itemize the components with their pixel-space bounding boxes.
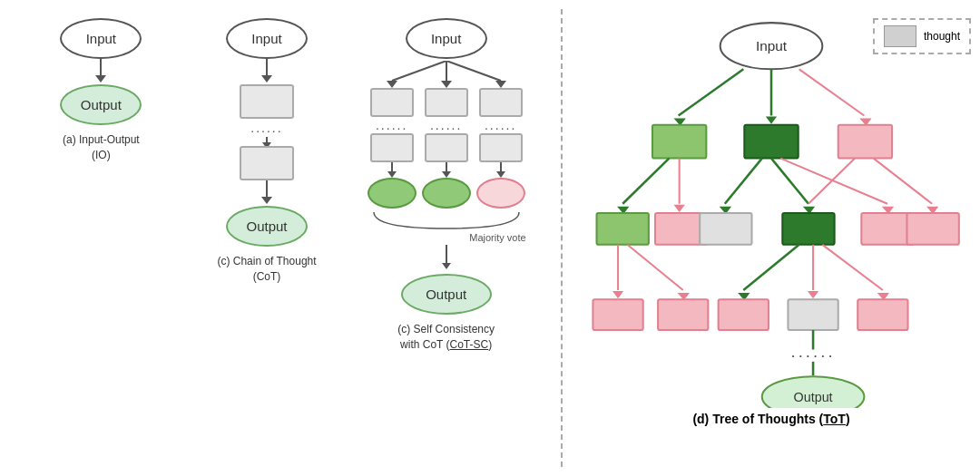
svg-rect-46 (593, 299, 642, 330)
svg-rect-34 (861, 213, 913, 245)
cot-caption: (c) Chain of Thought (CoT) (217, 254, 316, 285)
sc-branch-3: ...... (476, 88, 525, 209)
svg-line-40 (822, 245, 883, 290)
io-diagram: Input Output (a) Input-Output (IO) (19, 18, 182, 163)
svg-rect-30 (597, 213, 649, 245)
svg-marker-1 (441, 81, 452, 88)
svg-line-8 (679, 69, 744, 115)
io-output-node: Output (60, 84, 142, 125)
svg-marker-43 (612, 291, 623, 298)
sc-input-node: Input (406, 18, 487, 59)
cot-arrow2 (261, 180, 272, 206)
tot-legend: thought (873, 18, 971, 54)
io-caption: (a) Input-Output (IO) (63, 132, 140, 163)
sc-final-arrow (442, 245, 451, 274)
sc-b3-step2 (479, 133, 523, 162)
tot-legend-label: thought (924, 30, 960, 43)
svg-marker-39 (808, 291, 818, 298)
svg-rect-50 (858, 299, 907, 330)
sc-caption: (c) Self Consistency with CoT (CoT-SC) (397, 322, 495, 353)
svg-line-36 (743, 245, 799, 290)
svg-marker-5 (495, 81, 506, 88)
cot-input-node: Input (226, 18, 308, 59)
sc-out2 (422, 178, 471, 209)
svg-line-28 (874, 159, 933, 204)
svg-line-23 (771, 159, 808, 204)
svg-marker-11 (766, 117, 777, 124)
sc-branches: ...... ...... ...... (365, 88, 528, 209)
svg-line-21 (725, 159, 762, 204)
tot-tree-svg: Input (576, 18, 966, 408)
sc-diagram: Input ..... (351, 18, 542, 353)
svg-line-2 (392, 61, 446, 81)
tot-caption: (d) Tree of Thoughts (ToT) (692, 412, 849, 426)
svg-rect-33 (782, 213, 834, 245)
svg-line-27 (808, 159, 855, 204)
svg-line-44 (627, 245, 682, 290)
sc-fanout (365, 61, 528, 88)
sc-branch-1: ...... (368, 88, 416, 209)
svg-line-4 (446, 61, 501, 81)
cot-output-node: Output (226, 206, 308, 247)
sc-majority-label: Majority vote (469, 232, 525, 243)
svg-rect-49 (788, 299, 838, 330)
sc-out1 (368, 178, 416, 209)
svg-line-17 (622, 159, 669, 204)
tot-section: thought Input (563, 9, 980, 467)
sc-b2-step2 (425, 133, 468, 162)
svg-line-12 (799, 69, 865, 115)
svg-rect-35 (906, 213, 958, 245)
svg-rect-32 (700, 213, 751, 245)
sc-b3-step1 (479, 88, 523, 117)
svg-line-25 (780, 159, 887, 204)
cot-diagram: Input ...... Output (c) Chain of T (185, 18, 348, 285)
svg-rect-15 (744, 125, 798, 159)
sc-b2-step1 (425, 88, 468, 117)
svg-rect-47 (658, 299, 708, 330)
svg-marker-20 (674, 205, 685, 212)
diagrams-section: Input Output (a) Input-Output (IO) Input (0, 9, 563, 467)
svg-text:Output: Output (794, 390, 833, 404)
sc-branch-2: ...... (422, 88, 471, 209)
sc-brace: Majority vote (365, 210, 528, 230)
svg-text:Input: Input (756, 38, 788, 53)
svg-marker-3 (387, 81, 397, 88)
sc-output-node: Output (401, 274, 492, 315)
sc-b1-step2 (370, 133, 414, 162)
svg-rect-16 (838, 125, 892, 159)
sc-out3 (476, 178, 525, 209)
sc-b1-step1 (370, 88, 414, 117)
tot-legend-box (884, 25, 916, 47)
io-input-node: Input (60, 18, 142, 59)
svg-rect-14 (652, 125, 706, 159)
cot-arrow1 (261, 59, 272, 84)
cot-dashed: ...... (250, 119, 282, 146)
cot-step1 (240, 84, 294, 119)
io-arrow1 (95, 59, 106, 84)
svg-text:......: ...... (791, 342, 836, 361)
svg-rect-48 (719, 299, 769, 330)
cot-step2 (240, 146, 294, 180)
main-content: Input Output (a) Input-Output (IO) Input (0, 0, 980, 476)
